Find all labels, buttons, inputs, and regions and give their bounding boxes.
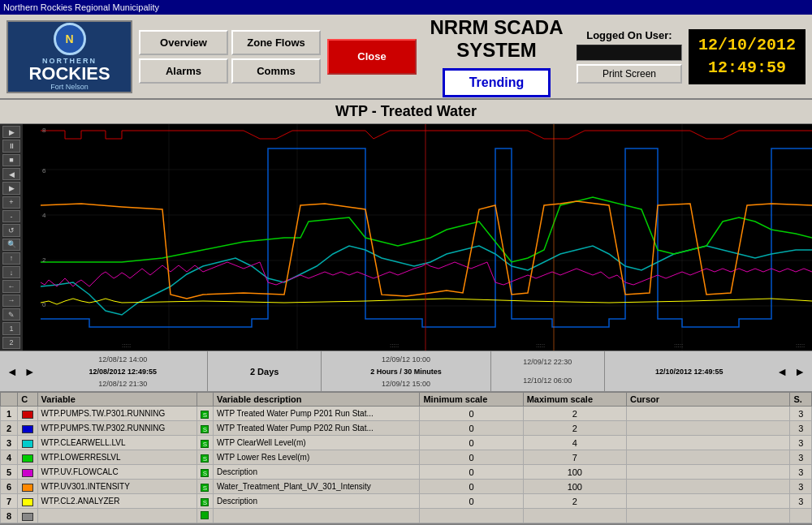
ts-label-1: 12/08/2012 12:49:55 <box>89 368 158 376</box>
toolbar-zoom-in[interactable]: + <box>2 196 20 209</box>
row-min: 0 <box>420 421 523 436</box>
row-desc: WTP Lower Res Level(m) <box>213 450 420 465</box>
row-cursor <box>626 465 789 480</box>
row-variable[interactable]: WTP.PUMPS.TW.P302.RUNNING <box>37 421 197 436</box>
timeline-section-1: 12/08/12 14:00 12/08/2012 12:49:55 12/08… <box>39 351 208 391</box>
row-min: 0 <box>420 450 523 465</box>
table-body: 1 WTP.PUMPS.TW.P301.RUNNING S WTP Treate… <box>1 407 812 523</box>
logo-initial: N <box>65 32 73 45</box>
timeline-back[interactable]: ◄ <box>3 365 21 378</box>
row-variable[interactable]: WTP.UV301.INTENSITY <box>37 480 197 494</box>
toolbar-left[interactable]: ← <box>2 280 20 292</box>
title-text: Northern Rockies Regional Municipality <box>3 2 159 12</box>
row-s-icon[interactable] <box>197 509 213 523</box>
print-screen-button[interactable]: Print Screen <box>577 64 682 84</box>
toolbar-2[interactable]: 2 <box>2 337 20 349</box>
ts-4: 12/09/12 22:30 <box>523 358 572 366</box>
toolbar-1[interactable]: 1 <box>2 322 20 334</box>
row-min: 0 <box>420 436 523 450</box>
table-row: 7 WTP.CL2.ANALYZER S Description 0 2 3 <box>1 494 812 509</box>
row-s-icon[interactable]: S <box>197 407 213 421</box>
toolbar-right[interactable]: → <box>2 295 20 307</box>
toolbar-search[interactable]: 🔍 <box>2 239 20 251</box>
toolbar-stop[interactable]: ■ <box>2 154 20 166</box>
timeline-fwd[interactable]: ► <box>21 365 39 378</box>
row-variable[interactable]: WTP.PUMPS.TW.P301.RUNNING <box>37 407 197 421</box>
row-desc: WTP ClearWell Level(m) <box>213 436 420 450</box>
row-variable[interactable]: WTP.LOWERRESLVL <box>37 450 197 465</box>
toolbar-zoom-out[interactable]: - <box>2 210 20 222</box>
ts-4b: 12/10/12 06:00 <box>523 377 572 385</box>
row-s-val: 3 <box>790 480 812 494</box>
timeline-section-2: 2 Days <box>208 351 322 391</box>
row-num: 1 <box>1 407 18 421</box>
row-max: 2 <box>523 494 626 509</box>
title-bar: Northern Rockies Regional Municipality <box>0 0 812 15</box>
logo-rockies: ROCKIES <box>28 65 110 83</box>
table-row: 4 WTP.LOWERRESLVL S WTP Lower Res Level(… <box>1 450 812 465</box>
toolbar-pen[interactable]: ✎ <box>2 308 20 321</box>
row-variable[interactable] <box>37 509 197 523</box>
table-row: 5 WTP.UV.FLOWCALC S Description 0 100 3 <box>1 465 812 480</box>
row-color <box>18 509 37 523</box>
table-row: 8 <box>1 509 812 523</box>
row-color <box>18 407 37 421</box>
overview-button[interactable]: Overview <box>139 30 228 55</box>
row-desc: Description <box>213 465 420 480</box>
time-display: 12:49:59 <box>698 57 796 80</box>
toolbar-reset[interactable]: ↺ <box>2 224 20 236</box>
row-num: 5 <box>1 465 18 480</box>
toolbar-down[interactable]: ↓ <box>2 266 20 278</box>
row-s-icon[interactable]: S <box>197 436 213 450</box>
timeline-end-fwd[interactable]: ► <box>791 365 809 378</box>
toolbar-up[interactable]: ↑ <box>2 252 20 265</box>
close-button[interactable]: Close <box>327 39 417 75</box>
trending-button[interactable]: Trending <box>443 68 551 97</box>
svg-text:4: 4 <box>42 212 46 219</box>
svg-text:2: 2 <box>42 256 46 264</box>
page-title-text: WTP - Treated Water <box>335 103 477 119</box>
logo-circle: N <box>54 23 86 55</box>
svg-text::::::: ::::: <box>122 342 131 349</box>
row-min <box>420 509 523 523</box>
row-s-icon[interactable]: S <box>197 494 213 509</box>
toolbar-pause[interactable]: ⏸ <box>2 140 20 152</box>
row-s-val <box>790 509 812 523</box>
svg-text::::::: ::::: <box>674 342 683 349</box>
ts-label-2: 2 Hours / 30 Minutes <box>370 368 442 376</box>
row-desc: Water_Treatment_Plant_UV_301_Intensity <box>213 480 420 494</box>
logo-area: N NORTHERN ROCKIES Fort Nelson <box>6 20 132 93</box>
row-cursor <box>626 436 789 450</box>
row-variable[interactable]: WTP.CLEARWELL.LVL <box>37 436 197 450</box>
date-display: 12/10/2012 <box>698 34 796 57</box>
row-color <box>18 436 37 450</box>
ts-3a: 12/09/12 10:00 <box>382 355 430 364</box>
zone-flows-button[interactable]: Zone Flows <box>231 30 321 55</box>
row-s-icon[interactable]: S <box>197 450 213 465</box>
row-num: 2 <box>1 421 18 436</box>
row-s-icon[interactable]: S <box>197 421 213 436</box>
row-s-icon[interactable]: S <box>197 465 213 480</box>
col-cursor: Cursor <box>626 393 789 407</box>
toolbar-back[interactable]: ◀ <box>2 168 20 180</box>
row-max: 2 <box>523 407 626 421</box>
ts-end-1: 12/08/12 21:30 <box>98 380 147 388</box>
row-max: 100 <box>523 480 626 494</box>
row-max: 2 <box>523 421 626 436</box>
row-color <box>18 421 37 436</box>
row-num: 7 <box>1 494 18 509</box>
timeline-end-back[interactable]: ◄ <box>773 365 791 378</box>
table-row: 1 WTP.PUMPS.TW.P301.RUNNING S WTP Treate… <box>1 407 812 421</box>
toolbar-fwd[interactable]: ▶ <box>2 182 20 194</box>
row-s-icon[interactable]: S <box>197 480 213 494</box>
toolbar-play[interactable]: ▶ <box>2 126 20 138</box>
row-num: 4 <box>1 450 18 465</box>
row-variable[interactable]: WTP.UV.FLOWCALC <box>37 465 197 480</box>
comms-button[interactable]: Comms <box>231 58 321 84</box>
alarms-button[interactable]: Alarms <box>139 58 228 84</box>
col-desc: Variable description <box>213 393 420 407</box>
row-variable[interactable]: WTP.CL2.ANALYZER <box>37 494 197 509</box>
ts-label-3: 12/10/2012 12:49:55 <box>655 368 723 376</box>
user-display <box>577 45 682 61</box>
data-table: C Variable Variable description Minimum … <box>0 392 812 523</box>
